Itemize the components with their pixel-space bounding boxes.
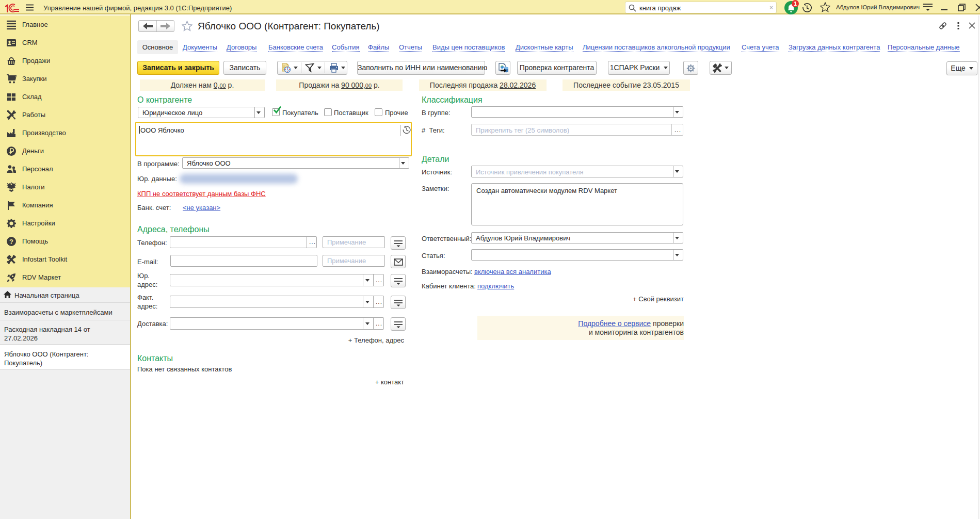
svg-text:?: ? (9, 237, 13, 245)
